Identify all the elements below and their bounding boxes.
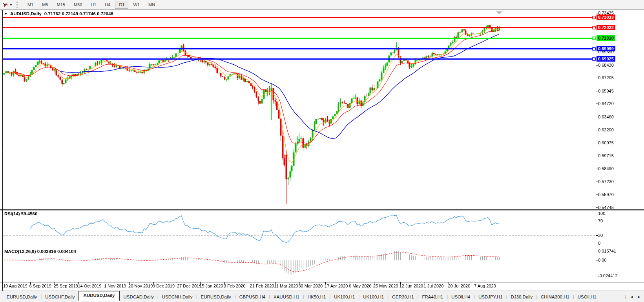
tab-separator: | <box>358 295 359 299</box>
date-label: 30 Mar 2020 <box>298 284 323 288</box>
tab-gbpusd-h4[interactable]: GBPUSD,H4 <box>237 293 268 301</box>
tab-usdchf-daily[interactable]: USDCHF,Daily <box>42 293 77 301</box>
date-label: 6 May 2020 <box>349 284 371 288</box>
price-tick-label: 0.64720 <box>598 101 614 106</box>
macd-tick-label: 0.00 <box>598 258 606 262</box>
price-tick-label: 0.62200 <box>598 127 614 132</box>
tab-usdcnh-daily[interactable]: USDCNH,Daily <box>159 293 195 301</box>
price-tick-label: 0.59715 <box>598 153 614 158</box>
tab-usdcad-daily[interactable]: USDCAD,Daily <box>120 293 156 301</box>
ohlc-values: 0.71762 0.72149 0.71746 0.72048 <box>44 11 113 16</box>
timeframe-button-d1[interactable]: D1 <box>115 1 128 9</box>
tab-audusd-daily[interactable]: AUDUSD,Daily <box>78 291 120 301</box>
rsi-tick-label: 70 <box>598 218 603 223</box>
symbol-timeframe-label: AUDUSD,Daily <box>10 11 42 16</box>
tab-hk50-h1[interactable]: HK50,H1 <box>305 293 329 301</box>
tab-ger30-h1[interactable]: GER30,H1 <box>389 293 417 301</box>
timeframe-button-h1[interactable]: H1 <box>87 1 100 9</box>
date-label: 6 Sep 2019 <box>29 284 51 288</box>
chart-shift-marker[interactable] <box>496 11 502 15</box>
date-label: 12 Jun 2020 <box>400 284 423 288</box>
chart-tabs-bar: EURUSD,Daily|USDCHF,DailyAUDUSD,DailyUSD… <box>0 291 644 302</box>
tab-separator: | <box>269 295 270 299</box>
timeframe-button-m30[interactable]: M30 <box>70 1 86 9</box>
chart-tabs: EURUSD,Daily|USDCHF,DailyAUDUSD,DailyUSD… <box>4 291 618 302</box>
date-label: 1 Nov 2019 <box>104 284 126 288</box>
tab-separator: | <box>536 295 537 299</box>
chart-canvas[interactable] <box>0 0 644 302</box>
level-price-badge: 0.69999 <box>597 46 615 51</box>
tab-dj30-daily[interactable]: DJ30,Daily <box>508 293 536 301</box>
tab-separator: | <box>573 295 574 299</box>
tab-fra40-h1[interactable]: FRA40,H1 <box>420 293 446 301</box>
date-label: 9 Dec 2019 <box>153 284 175 288</box>
tab-separator: | <box>387 295 389 299</box>
date-label: 14 Oct 2019 <box>78 284 101 288</box>
date-label: 1 Jul 2020 <box>424 284 444 288</box>
date-label: 20 Nov 2019 <box>128 284 153 288</box>
tab-separator: | <box>40 295 42 299</box>
date-label: 20 Jul 2020 <box>448 284 470 288</box>
tab-usoil-h1[interactable]: USOil,H1 <box>575 293 599 301</box>
tab-separator: | <box>447 295 448 299</box>
timeframe-button-m1[interactable]: M1 <box>24 1 37 9</box>
rsi-label: RSI(14) 59.4560 <box>4 211 37 216</box>
tab-uk100-h1[interactable]: UK100,H1 <box>360 293 387 301</box>
toolbar: ▼ M1M5M15M30H1H4D1W1MN <box>0 0 644 10</box>
level-price-badge: 0.71010 <box>597 35 615 41</box>
tab-uk100-h1[interactable]: UK100,H1 <box>331 293 358 301</box>
tab-xauusd-h1[interactable]: XAUUSD,H1 <box>271 293 302 301</box>
price-tick-label: 0.67205 <box>598 75 614 80</box>
macd-tick-label: 0.015741 <box>598 249 616 253</box>
price-tick-label: 0.54745 <box>598 205 614 210</box>
toolbar-grip[interactable] <box>16 2 19 8</box>
timeframe-button-m5[interactable]: M5 <box>38 1 52 9</box>
tab-usdjpy-h1[interactable]: USDJPY,H1 <box>476 293 505 301</box>
timeframe-button-m15[interactable]: M15 <box>53 1 69 9</box>
tab-separator: | <box>506 295 507 299</box>
price-tick-label: 0.65945 <box>598 89 614 93</box>
tool-dropdown-caret[interactable]: ▼ <box>9 3 13 7</box>
tab-separator: | <box>157 295 159 299</box>
timeframe-button-h4[interactable]: H4 <box>101 1 114 9</box>
level-price-badge: 0.72022 <box>597 25 615 30</box>
price-tick-label: 0.58490 <box>598 166 614 171</box>
date-label: 7 Aug 2020 <box>474 284 496 288</box>
rsi-tick-label: 0 <box>598 241 600 246</box>
timeframe-toolbar: M1M5M15M30H1H4D1W1MN <box>23 1 159 9</box>
date-label: 21 Feb 2020 <box>250 284 274 288</box>
date-label: 17 Apr 2020 <box>325 284 348 288</box>
date-label: 25 Sep 2019 <box>54 284 78 288</box>
price-tick-label: 0.55970 <box>598 192 614 197</box>
arrows-tool-icon[interactable] <box>2 2 8 8</box>
symbol-dropdown-icon[interactable]: ▼ <box>4 12 7 16</box>
tab-usoil-h4[interactable]: USOil,H4 <box>449 293 473 301</box>
tabs-nav-separator: | <box>625 295 626 299</box>
level-price-badge: 0.69025 <box>597 56 615 62</box>
tab-separator: | <box>474 295 475 299</box>
date-label: 25 May 2020 <box>373 284 398 288</box>
tabs-nav: | ◄ ► <box>625 291 641 302</box>
tab-separator: | <box>196 295 197 299</box>
price-tick-label: 0.60975 <box>598 140 614 145</box>
tab-separator: | <box>329 295 330 299</box>
date-label: 27 Dec 2019 <box>177 284 201 288</box>
price-tick-label: 0.57230 <box>598 179 614 184</box>
timeframe-button-w1[interactable]: W1 <box>129 1 144 9</box>
date-label: 11 Mar 2020 <box>274 284 298 288</box>
chart-title: ▼ AUDUSD,Daily 0.71762 0.72149 0.71746 0… <box>4 11 113 16</box>
tab-separator: | <box>418 295 419 299</box>
tab-eurusd-daily[interactable]: EURUSD,Daily <box>198 293 234 301</box>
tab-china300-h1[interactable]: CHINA300,H1 <box>538 293 572 301</box>
rsi-tick-label: 30 <box>598 233 603 238</box>
tab-eurusd-daily[interactable]: EURUSD,Daily <box>4 293 40 301</box>
price-tick-label: 0.63460 <box>598 115 614 119</box>
tab-separator: | <box>235 295 236 299</box>
macd-label: MACD(12,26,9) 0.003816 0.004104 <box>4 249 76 254</box>
timeframe-button-mn[interactable]: MN <box>144 1 159 9</box>
macd-tick-label: -0.024412 <box>598 273 618 278</box>
tabs-scroll-left-icon[interactable]: ◄ <box>630 295 633 299</box>
tab-separator: | <box>303 295 304 299</box>
tabs-scroll-right-icon[interactable]: ► <box>637 295 641 299</box>
date-label: 19 Aug 2019 <box>3 284 27 288</box>
